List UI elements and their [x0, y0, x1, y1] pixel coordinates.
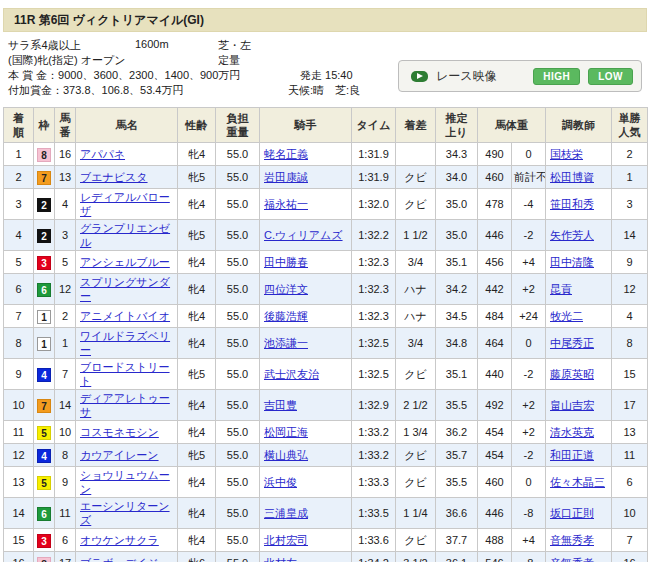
last3f-cell: 35.7	[436, 444, 478, 467]
rank-cell: 1	[4, 143, 34, 166]
horse-name-cell: エーシンリターンズ	[76, 498, 178, 529]
trainer-link[interactable]: 音無秀孝	[550, 534, 594, 546]
sex-age-cell: 牝6	[178, 552, 216, 562]
frame-badge-cell: 2	[34, 189, 55, 220]
time-cell: 1:33.2	[352, 444, 396, 467]
frame-badge-cell: 7	[34, 166, 55, 189]
rank-cell: 13	[4, 467, 34, 498]
horse-name-link[interactable]: グランプリエンゼル	[80, 222, 170, 248]
horse-name-link[interactable]: ディアアレトゥーサ	[80, 392, 170, 418]
horse-name-cell: グランプリエンゼル	[76, 220, 178, 251]
trainer-link[interactable]: 音無秀孝	[550, 557, 594, 562]
weight-diff-cell: -4	[512, 189, 546, 220]
horse-name-link[interactable]: ブラボーデイジー	[80, 557, 170, 562]
time-cell: 1:31.9	[352, 143, 396, 166]
jockey-link[interactable]: C.ウィリアムズ	[264, 229, 343, 241]
trainer-link[interactable]: 昆貢	[550, 283, 572, 295]
load-weight-cell: 55.0	[216, 305, 260, 328]
trainer-link[interactable]: 松田博資	[550, 171, 594, 183]
body-weight-cell: 446	[478, 498, 512, 529]
last3f-cell: 35.0	[436, 189, 478, 220]
horse-name-link[interactable]: エーシンリターンズ	[80, 500, 170, 526]
race-course: 芝・左	[218, 38, 251, 53]
jockey-link[interactable]: 四位洋文	[264, 283, 308, 295]
trainer-link[interactable]: 清水英克	[550, 426, 594, 438]
horse-name-link[interactable]: レディアルバローザ	[80, 191, 170, 217]
rank-cell: 15	[4, 529, 34, 552]
jockey-link[interactable]: 福永祐一	[264, 198, 308, 210]
video-low-button[interactable]: LOW	[588, 68, 633, 85]
sex-age-cell: 牝5	[178, 166, 216, 189]
weight-diff-cell: 前計不	[512, 166, 546, 189]
trainer-link[interactable]: 坂口正則	[550, 507, 594, 519]
race-weight-rule: 定量	[218, 53, 240, 68]
sex-age-cell: 牝4	[178, 498, 216, 529]
margin-cell: ハナ	[396, 274, 436, 305]
trainer-link[interactable]: 笹田和秀	[550, 198, 594, 210]
weight-diff-cell: +2	[512, 390, 546, 421]
trainer-link[interactable]: 国枝栄	[550, 148, 583, 160]
trainer-cell: 松田博資	[546, 166, 612, 189]
rank-cell: 6	[4, 274, 34, 305]
race-distance: 1600m	[135, 38, 169, 50]
race-start-time: 発走 15:40	[300, 68, 353, 83]
trainer-link[interactable]: 中尾秀正	[550, 337, 594, 349]
trainer-link[interactable]: 牧光二	[550, 310, 583, 322]
rank-cell: 12	[4, 444, 34, 467]
trainer-link[interactable]: 田中清隆	[550, 256, 594, 268]
horse-name-link[interactable]: アパパネ	[80, 148, 125, 160]
jockey-link[interactable]: 北村宏司	[264, 534, 308, 546]
horse-name-link[interactable]: アンシェルブルー	[80, 256, 170, 268]
trainer-link[interactable]: 藤原英昭	[550, 368, 594, 380]
trainer-link[interactable]: 矢作芳人	[550, 229, 594, 241]
horse-name-cell: レディアルバローザ	[76, 189, 178, 220]
race-class: サラ系4歳以上	[8, 38, 81, 53]
last3f-cell: 35.5	[436, 467, 478, 498]
jockey-link[interactable]: 松岡正海	[264, 426, 308, 438]
jockey-link[interactable]: 三浦皇成	[264, 507, 308, 519]
rank-cell: 4	[4, 220, 34, 251]
jockey-link[interactable]: 浜中俊	[264, 476, 297, 488]
race-video-panel: レース映像 HIGH LOW	[398, 60, 642, 92]
jockey-link[interactable]: 後藤浩輝	[264, 310, 308, 322]
jockey-link[interactable]: 池添謙一	[264, 337, 308, 349]
horse-number-cell: 4	[55, 189, 76, 220]
table-row: 811ワイルドラズベリー牝455.0池添謙一1:32.53/434.84640中…	[4, 328, 648, 359]
jockey-link[interactable]: 横山典弘	[264, 449, 308, 461]
weight-diff-cell: -8	[512, 498, 546, 529]
popularity-cell: 4	[612, 305, 648, 328]
trainer-link[interactable]: 和田正道	[550, 449, 594, 461]
jockey-link[interactable]: 武士沢友治	[264, 368, 319, 380]
jockey-link[interactable]: 岩田康誠	[264, 171, 308, 183]
video-high-button[interactable]: HIGH	[533, 68, 580, 85]
popularity-cell: 2	[612, 143, 648, 166]
last3f-cell: 36.6	[436, 498, 478, 529]
jockey-link[interactable]: 北村友一	[264, 557, 308, 562]
horse-name-link[interactable]: オウケンサクラ	[80, 534, 159, 546]
load-weight-cell: 55.0	[216, 359, 260, 390]
race-added-prize: 付加賞金：373.8、106.8、53.4万円	[8, 83, 183, 98]
horse-number-cell: 9	[55, 467, 76, 498]
jockey-link[interactable]: 吉田豊	[264, 399, 297, 411]
horse-name-link[interactable]: ブロードストリート	[80, 361, 170, 387]
horse-name-link[interactable]: アニメイトバイオ	[80, 310, 170, 322]
margin-cell: ハナ	[396, 305, 436, 328]
frame-badge: 4	[37, 368, 51, 382]
horse-name-link[interactable]: スプリングサンダー	[80, 276, 170, 302]
horse-number-cell: 13	[55, 166, 76, 189]
horse-name-link[interactable]: ブエナビスタ	[80, 171, 148, 183]
weight-diff-cell: -8	[512, 552, 546, 562]
trainer-cell: 畠山吉宏	[546, 390, 612, 421]
trainer-link[interactable]: 畠山吉宏	[550, 399, 594, 411]
jockey-link[interactable]: 田中勝春	[264, 256, 308, 268]
horse-name-link[interactable]: ショウリュウムーン	[80, 469, 170, 495]
horse-name-link[interactable]: カウアイレーン	[80, 449, 159, 461]
trainer-link[interactable]: 佐々木晶三	[550, 476, 605, 488]
frame-badge: 7	[37, 399, 51, 413]
jockey-link[interactable]: 蛯名正義	[264, 148, 308, 160]
jockey-cell: 四位洋文	[260, 274, 352, 305]
frame-badge: 3	[37, 534, 51, 548]
horse-name-link[interactable]: コスモネモシン	[80, 426, 159, 438]
horse-name-link[interactable]: ワイルドラズベリー	[80, 330, 170, 356]
load-weight-cell: 55.0	[216, 390, 260, 421]
